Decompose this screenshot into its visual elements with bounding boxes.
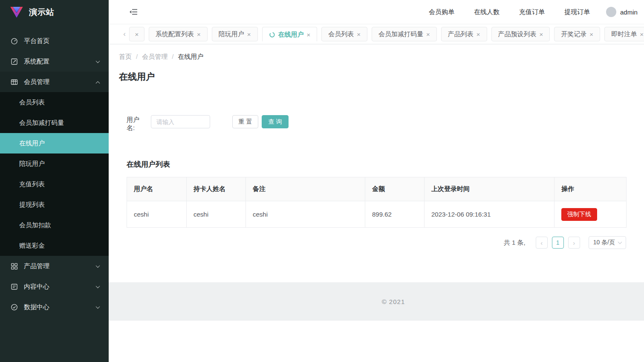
page-title: 在线用户: [119, 71, 644, 83]
pagination: 共 1 条, 1 10 条/页: [127, 236, 626, 249]
col-username: 用户名: [127, 177, 187, 201]
page-size-value: 10 条/页: [593, 239, 615, 246]
tab-online-users[interactable]: 在线用户: [262, 27, 318, 41]
sidebar-subitem-companion-users[interactable]: 陪玩用户: [0, 153, 109, 174]
sidebar-item-label: 数据中心: [24, 303, 90, 311]
sidebar-submenu-member: 会员列表 会员加减打码量 在线用户 陪玩用户 充值列表 提现列表 会员加扣款 赠…: [0, 92, 109, 256]
close-icon[interactable]: [640, 31, 644, 38]
close-icon[interactable]: [540, 31, 543, 38]
list-section-title: 在线用户列表: [127, 160, 644, 169]
reset-button[interactable]: 重 置: [232, 115, 258, 128]
sidebar-subitem-label: 赠送彩金: [19, 242, 45, 250]
close-icon[interactable]: [197, 31, 201, 38]
chevron-down-icon: [96, 304, 100, 309]
app-logo[interactable]: 演示站: [0, 0, 109, 24]
filter-form: 用户名: 重 置 查 询: [127, 115, 644, 132]
sidebar-item-product-management[interactable]: 产品管理: [0, 256, 109, 276]
tabs-bar: 系统配置列表 陪玩用户 在线用户 会员列表 会员加减打码量 产品列表 产品预设列…: [109, 24, 644, 44]
chevron-up-icon: [96, 81, 100, 85]
topbar-link-withdraw-orders[interactable]: 提现订单: [564, 8, 590, 16]
sidebar-subitem-recharge-list[interactable]: 充值列表: [0, 174, 109, 194]
close-icon[interactable]: [426, 31, 430, 38]
tab-lottery-records[interactable]: 开奖记录: [554, 27, 600, 41]
pagination-next-icon[interactable]: [568, 237, 580, 249]
tab-member-list[interactable]: 会员列表: [321, 27, 367, 41]
sidebar-subitem-gift-bonus[interactable]: 赠送彩金: [0, 235, 109, 256]
app-root: 演示站 平台首页 系统配置 会员管理: [0, 0, 644, 362]
sidebar-item-platform-home[interactable]: 平台首页: [0, 31, 109, 51]
topbar-link-online-count[interactable]: 在线人数: [474, 8, 500, 16]
col-action: 操作: [554, 177, 627, 201]
close-icon[interactable]: [247, 31, 251, 38]
avatar[interactable]: [606, 7, 616, 17]
sidebar-menu: 平台首页 系统配置 会员管理 会员列表 会员加减打码量 在线用户: [0, 24, 109, 317]
chevron-down-icon: [96, 284, 100, 288]
tab-companion-users[interactable]: 陪玩用户: [212, 27, 258, 41]
tabs-scroll-left-icon[interactable]: [121, 30, 127, 38]
cell-remark: ceshi: [246, 201, 365, 228]
sidebar-subitem-label: 会员加扣款: [19, 221, 51, 229]
col-amount: 金额: [365, 177, 425, 201]
close-icon[interactable]: [589, 31, 593, 38]
sidebar-item-label: 内容中心: [24, 283, 90, 291]
tab-member-bet-adjust[interactable]: 会员加减打码量: [372, 27, 437, 41]
cell-username: ceshi: [127, 201, 187, 228]
page-size-select[interactable]: 10 条/页: [589, 236, 626, 249]
sidebar-subitem-label: 在线用户: [19, 139, 45, 148]
sidebar-item-member-management[interactable]: 会员管理: [0, 72, 109, 92]
col-cardholder: 持卡人姓名: [187, 177, 246, 201]
sidebar-subitem-withdraw-list[interactable]: 提现列表: [0, 194, 109, 215]
sidebar-subitem-member-list[interactable]: 会员列表: [0, 92, 109, 113]
table-icon: [11, 78, 18, 86]
breadcrumb-home[interactable]: 首页: [119, 53, 142, 61]
tabs-wrap: 系统配置列表 陪玩用户 在线用户 会员列表 会员加减打码量 产品列表 产品预设列…: [129, 27, 644, 41]
topbar-link-member-orders[interactable]: 会员购单: [429, 8, 454, 16]
chevron-down-icon: [96, 59, 100, 63]
topbar-link-recharge-orders[interactable]: 充值订单: [519, 8, 545, 16]
sidebar-subitem-member-bet-adjust[interactable]: 会员加减打码量: [0, 113, 109, 133]
sidebar-item-data-center[interactable]: 数据中心: [0, 297, 109, 317]
close-icon[interactable]: [477, 31, 480, 38]
force-offline-button[interactable]: 强制下线: [561, 208, 597, 221]
sidebar-item-label: 会员管理: [24, 78, 90, 86]
search-button[interactable]: 查 询: [262, 115, 289, 128]
tab-label: 产品预设列表: [498, 30, 537, 38]
sidebar-subitem-member-credit-debit[interactable]: 会员加扣款: [0, 215, 109, 235]
close-icon[interactable]: [135, 31, 139, 38]
breadcrumb-current: 在线用户: [178, 53, 203, 61]
username-input[interactable]: [151, 115, 210, 128]
copyright-label: © 2021: [382, 298, 405, 305]
sidebar: 演示站 平台首页 系统配置 会员管理: [0, 0, 109, 362]
close-icon[interactable]: [357, 31, 361, 38]
tab-product-list[interactable]: 产品列表: [441, 27, 487, 41]
v-logo-icon: [10, 7, 23, 18]
tab-label: 即时注单: [611, 30, 637, 38]
sidebar-item-content-center[interactable]: 内容中心: [0, 276, 109, 297]
sidebar-subitem-label: 会员列表: [19, 98, 45, 107]
tab-product-preset-list[interactable]: 产品预设列表: [491, 27, 550, 41]
chevron-down-icon: [96, 264, 100, 268]
bottom-strip: [109, 321, 644, 362]
top-header: 会员购单 在线人数 充值订单 提现订单 admin 简体: [109, 0, 644, 24]
cell-cardholder: ceshi: [187, 201, 246, 228]
tab-partial[interactable]: [129, 27, 144, 41]
sidebar-item-system-config[interactable]: 系统配置: [0, 51, 109, 72]
pagination-prev-icon[interactable]: [536, 237, 548, 249]
breadcrumb-member-management[interactable]: 会员管理: [142, 53, 178, 61]
close-icon[interactable]: [307, 31, 311, 38]
cell-last-login: 2023-12-06 09:16:31: [425, 201, 554, 228]
cell-amount: 899.62: [365, 201, 425, 228]
check-circle-icon: [11, 304, 18, 311]
tab-label: 陪玩用户: [219, 30, 244, 38]
tab-system-config-list[interactable]: 系统配置列表: [149, 27, 208, 41]
tab-realtime-bets[interactable]: 即时注单: [604, 27, 644, 41]
fold-menu-icon[interactable]: [129, 8, 138, 16]
tab-label: 系统配置列表: [156, 30, 194, 38]
loading-icon: [269, 32, 275, 38]
sidebar-subitem-online-users[interactable]: 在线用户: [0, 133, 109, 153]
col-remark: 备注: [246, 177, 365, 201]
pagination-total: 共 1 条,: [504, 239, 526, 247]
username-label[interactable]: admin: [620, 9, 638, 16]
pagination-page-1[interactable]: 1: [552, 237, 564, 249]
topbar-right: 会员购单 在线人数 充值订单 提现订单 admin 简体: [409, 7, 644, 17]
